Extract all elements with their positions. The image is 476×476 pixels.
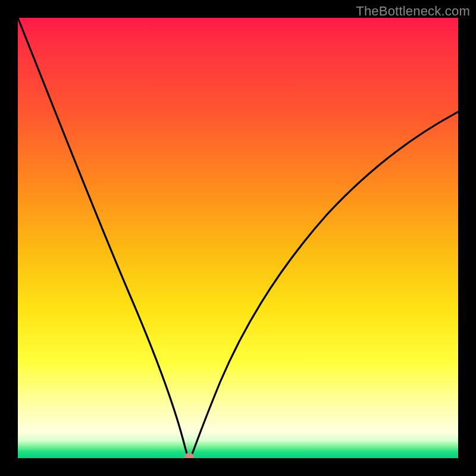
bottleneck-curve — [18, 18, 458, 458]
attribution-label: TheBottleneck.com — [356, 4, 470, 19]
curve-plot — [18, 18, 458, 458]
plot-area — [18, 18, 458, 458]
chart-container: TheBottleneck.com — [0, 0, 476, 476]
